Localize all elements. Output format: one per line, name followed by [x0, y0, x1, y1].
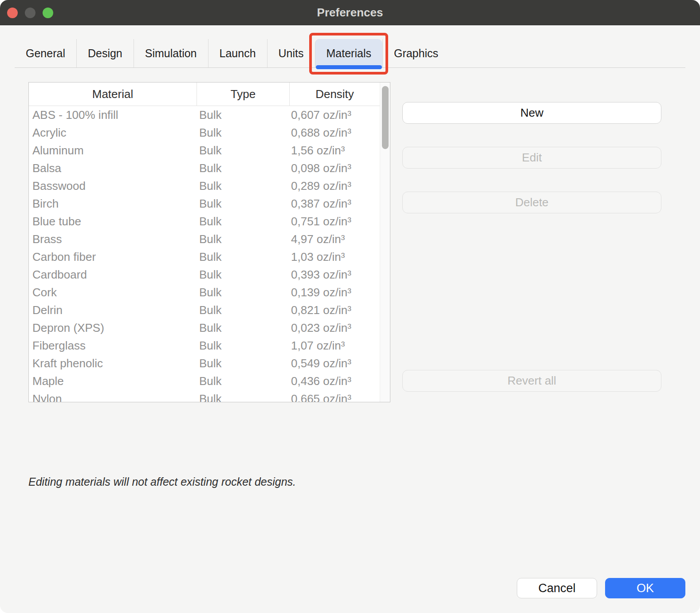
cell-density: 0,751 oz/in³: [289, 215, 390, 228]
cell-type: Bulk: [197, 144, 289, 157]
cell-type: Bulk: [197, 126, 289, 140]
table-row[interactable]: MapleBulk0,436 oz/in³: [29, 372, 390, 390]
cell-material: Cardboard: [29, 268, 197, 282]
cell-density: 1,56 oz/in³: [289, 144, 390, 157]
table-row[interactable]: Depron (XPS)Bulk0,023 oz/in³: [29, 319, 390, 337]
traffic-lights: [7, 0, 53, 25]
cell-material: Nylon: [29, 392, 197, 403]
cell-density: 0,436 oz/in³: [289, 374, 390, 388]
cell-type: Bulk: [197, 357, 289, 370]
cell-material: ABS - 100% infill: [29, 108, 197, 122]
column-header-type[interactable]: Type: [197, 83, 289, 106]
table-row[interactable]: CorkBulk0,139 oz/in³: [29, 283, 390, 301]
cell-material: Cork: [29, 286, 197, 299]
preferences-window: Preferences GeneralDesignSimulationLaunc…: [0, 0, 700, 613]
cell-material: Acrylic: [29, 126, 197, 140]
table-row[interactable]: AluminumBulk1,56 oz/in³: [29, 141, 390, 159]
cell-density: 0,289 oz/in³: [289, 179, 390, 193]
cell-density: 0,549 oz/in³: [289, 357, 390, 370]
titlebar: Preferences: [0, 0, 700, 25]
tab-label: Launch: [220, 47, 256, 60]
scrollbar-thumb[interactable]: [382, 86, 389, 149]
cell-type: Bulk: [197, 161, 289, 175]
table-scrollbar[interactable]: [380, 83, 390, 402]
tab-label: Materials: [326, 47, 371, 60]
cell-type: Bulk: [197, 339, 289, 353]
cell-material: Balsa: [29, 161, 197, 175]
cell-material: Aluminum: [29, 144, 197, 157]
cell-material: Delrin: [29, 303, 197, 317]
cell-type: Bulk: [197, 268, 289, 282]
table-row[interactable]: CardboardBulk0,393 oz/in³: [29, 266, 390, 283]
close-icon[interactable]: [7, 8, 18, 18]
tab-launch[interactable]: Launch: [208, 39, 267, 67]
tab-label: Simulation: [145, 47, 197, 60]
table-row[interactable]: BirchBulk0,387 oz/in³: [29, 195, 390, 212]
cell-type: Bulk: [197, 250, 289, 264]
tab-general[interactable]: General: [15, 39, 76, 67]
table-row[interactable]: ABS - 100% infillBulk0,607 oz/in³: [29, 106, 390, 124]
cell-material: Blue tube: [29, 215, 197, 228]
cell-density: 0,665 oz/in³: [289, 392, 390, 403]
cell-density: 1,07 oz/in³: [289, 339, 390, 353]
cell-density: 0,393 oz/in³: [289, 268, 390, 282]
cell-type: Bulk: [197, 215, 289, 228]
cell-density: 0,607 oz/in³: [289, 108, 390, 122]
ok-button[interactable]: OK: [605, 578, 685, 598]
window-title: Preferences: [317, 6, 383, 20]
new-button[interactable]: New: [402, 102, 661, 124]
column-header-density[interactable]: Density: [289, 83, 390, 106]
cell-type: Bulk: [197, 108, 289, 122]
cell-density: 0,139 oz/in³: [289, 286, 390, 299]
materials-table: Material Type Density ABS - 100% infillB…: [28, 82, 390, 402]
zoom-icon[interactable]: [43, 8, 53, 18]
table-row[interactable]: BalsaBulk0,098 oz/in³: [29, 159, 390, 177]
tab-label: Design: [88, 47, 122, 60]
tab-label: General: [26, 47, 65, 60]
cell-type: Bulk: [197, 286, 289, 299]
edit-button[interactable]: Edit: [402, 147, 661, 169]
tab-design[interactable]: Design: [76, 39, 134, 67]
cell-density: 0,023 oz/in³: [289, 321, 390, 335]
cell-density: 4,97 oz/in³: [289, 232, 390, 246]
table-row[interactable]: BrassBulk4,97 oz/in³: [29, 230, 390, 248]
minimize-icon[interactable]: [25, 8, 35, 18]
table-row[interactable]: BasswoodBulk0,289 oz/in³: [29, 177, 390, 195]
cell-material: Birch: [29, 197, 197, 211]
cell-type: Bulk: [197, 392, 289, 403]
tab-bar: GeneralDesignSimulationLaunchUnitsMateri…: [15, 39, 449, 67]
tab-simulation[interactable]: Simulation: [134, 39, 208, 67]
tab-label: Graphics: [394, 47, 438, 60]
table-row[interactable]: Blue tubeBulk0,751 oz/in³: [29, 212, 390, 230]
tab-units[interactable]: Units: [267, 39, 315, 67]
cell-material: Maple: [29, 374, 197, 388]
cell-density: 0,387 oz/in³: [289, 197, 390, 211]
table-header: Material Type Density: [29, 83, 390, 106]
delete-button[interactable]: Delete: [402, 192, 661, 213]
cell-material: Fiberglass: [29, 339, 197, 353]
table-row[interactable]: FiberglassBulk1,07 oz/in³: [29, 337, 390, 354]
cell-material: Depron (XPS): [29, 321, 197, 335]
cell-density: 1,03 oz/in³: [289, 250, 390, 264]
cell-type: Bulk: [197, 179, 289, 193]
cell-type: Bulk: [197, 321, 289, 335]
table-row[interactable]: DelrinBulk0,821 oz/in³: [29, 301, 390, 319]
revert-all-button[interactable]: Revert all: [402, 370, 661, 392]
column-header-material[interactable]: Material: [29, 83, 197, 106]
table-row[interactable]: Carbon fiberBulk1,03 oz/in³: [29, 248, 390, 266]
cell-density: 0,688 oz/in³: [289, 126, 390, 140]
table-row[interactable]: Kraft phenolicBulk0,549 oz/in³: [29, 354, 390, 372]
cell-type: Bulk: [197, 232, 289, 246]
cell-material: Basswood: [29, 179, 197, 193]
cell-type: Bulk: [197, 374, 289, 388]
tab-materials[interactable]: Materials: [315, 39, 382, 67]
cell-density: 0,098 oz/in³: [289, 161, 390, 175]
table-body: ABS - 100% infillBulk0,607 oz/in³Acrylic…: [29, 106, 390, 402]
cancel-button[interactable]: Cancel: [517, 578, 597, 598]
tab-graphics[interactable]: Graphics: [382, 39, 449, 67]
table-row[interactable]: AcrylicBulk0,688 oz/in³: [29, 124, 390, 141]
table-row[interactable]: NylonBulk0,665 oz/in³: [29, 390, 390, 402]
cell-type: Bulk: [197, 303, 289, 317]
tab-label: Units: [279, 47, 304, 60]
cell-material: Brass: [29, 232, 197, 246]
